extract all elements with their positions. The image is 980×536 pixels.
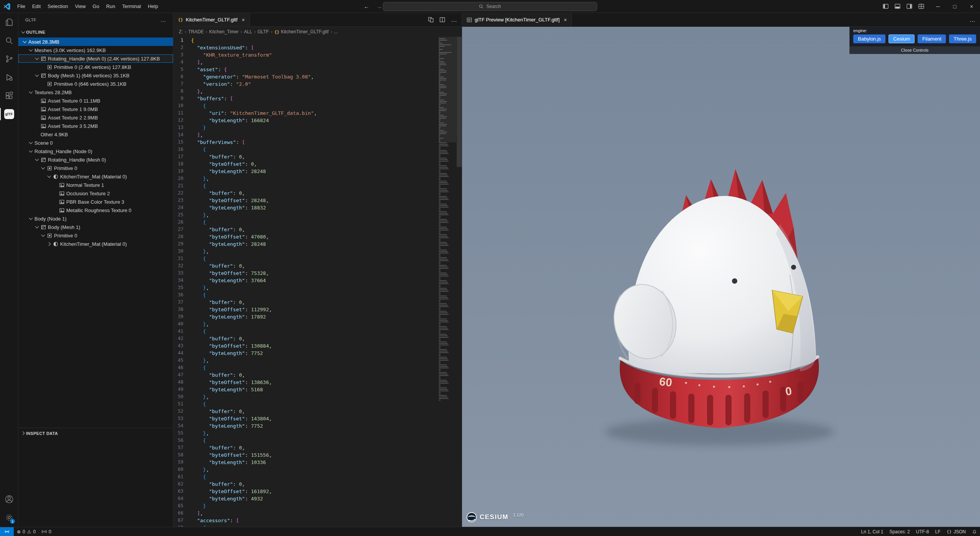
tree-item[interactable]: Body (Node 1) (18, 214, 173, 223)
code-line[interactable]: 64 "byteLength": 4932 (173, 495, 438, 502)
3d-scene[interactable]: 60 0 (462, 27, 980, 527)
code-line[interactable]: 42 "buffer": 0, (173, 335, 438, 342)
tree-item[interactable]: PBR Base Color Texture 3 (18, 198, 173, 206)
engine-button-filament[interactable]: Filament (918, 34, 946, 43)
code-line[interactable]: 21 { (173, 182, 438, 190)
code-line[interactable]: 37 "buffer": 0, (173, 299, 438, 306)
tree-item[interactable]: Scene 0 (18, 139, 173, 147)
chevron-down-icon[interactable] (21, 39, 28, 45)
status-encoding[interactable]: UTF-8 (913, 527, 932, 536)
code-line[interactable]: 26 { (173, 219, 438, 226)
code-line[interactable]: 23 "byteOffset": 28248, (173, 197, 438, 204)
chevron-down-icon[interactable] (40, 165, 46, 171)
chevron-down-icon[interactable] (28, 140, 34, 146)
code-line[interactable]: 55 }, (173, 430, 438, 437)
toggle-secondary-sidebar-icon[interactable] (906, 3, 912, 9)
code-line[interactable]: 36 { (173, 291, 438, 299)
code-line[interactable]: 39 "byteLength": 17892 (173, 313, 438, 320)
code-line[interactable]: 56 { (173, 437, 438, 444)
code-line[interactable]: 61 { (173, 473, 438, 480)
breadcrumb-item[interactable]: Kitchen_Timer (209, 29, 238, 34)
code-line[interactable]: 13 } (173, 124, 438, 131)
code-line[interactable]: 65 } (173, 502, 438, 510)
run-debug-icon[interactable] (0, 68, 18, 87)
extensions-icon[interactable] (0, 87, 18, 105)
code-line[interactable]: 38 "byteOffset": 112992, (173, 306, 438, 313)
code-line[interactable]: 11 "uri": "KitchenTimer_GLTF_data.bin", (173, 109, 438, 117)
code-line[interactable]: 32 "buffer": 0, (173, 262, 438, 270)
code-line[interactable]: 46 { (173, 364, 438, 371)
tree-item[interactable]: Asset Texture 1 9.0MB (18, 105, 173, 113)
close-button[interactable]: × (963, 0, 980, 13)
problems-status[interactable]: ⊗ 0 ⚠ 0 (14, 527, 39, 536)
tab-close-icon[interactable]: × (564, 17, 567, 23)
code-line[interactable]: 33 "byteOffset": 75328, (173, 270, 438, 277)
code-line[interactable]: 15 "bufferViews": [ (173, 139, 438, 146)
breadcrumb-item[interactable]: Z: (179, 29, 183, 34)
tree-item[interactable]: Normal Texture 1 (18, 181, 173, 189)
gltf-tools-icon[interactable]: glTF (0, 105, 18, 123)
code-line[interactable]: 10 { (173, 102, 438, 109)
code-line[interactable]: 47 "buffer": 0, (173, 371, 438, 379)
menu-run[interactable]: Run (103, 2, 119, 11)
close-controls-button[interactable]: Close Controls (849, 46, 980, 54)
customize-layout-icon[interactable] (918, 3, 924, 9)
menu-view[interactable]: View (72, 2, 89, 11)
code-line[interactable]: 20 }, (173, 175, 438, 182)
code-line[interactable]: 43 "byteOffset": 130884, (173, 342, 438, 350)
tab-close-icon[interactable]: × (242, 17, 245, 23)
code-line[interactable]: 4 ], (173, 59, 438, 66)
remote-indicator[interactable]: >< (0, 527, 14, 536)
tab-gltf-preview[interactable]: glTF Preview [KitchenTimer_GLTF.gltf] × (462, 13, 572, 26)
command-center-search[interactable]: Search (383, 2, 597, 11)
sidebar-more-actions-icon[interactable]: … (161, 17, 166, 23)
code-line[interactable]: 30 }, (173, 248, 438, 255)
tree-item[interactable]: Meshes (3.0K vertices) 162.9KB (18, 46, 173, 54)
code-line[interactable]: 48 "byteOffset": 138636, (173, 379, 438, 386)
tree-item[interactable]: Primitive 0 (18, 164, 173, 172)
chevron-down-icon[interactable] (40, 232, 46, 239)
code-line[interactable]: 17 "buffer": 0, (173, 153, 438, 160)
code-line[interactable]: 24 "byteLength": 18832 (173, 204, 438, 211)
cesium-credit[interactable]: CESIUM 1.120 (467, 512, 524, 522)
code-line[interactable]: 67 "accessors": [ (173, 517, 438, 524)
chevron-down-icon[interactable] (34, 56, 40, 62)
code-line[interactable]: 51 { (173, 400, 438, 408)
open-changes-icon[interactable] (428, 17, 434, 23)
tree-item[interactable]: Rotating_Handle (Mesh 0) (18, 155, 173, 164)
preview-viewport[interactable]: 60 0 (462, 27, 980, 527)
tree-item[interactable]: Asset Texture 3 5.2MB (18, 122, 173, 130)
code-line[interactable]: 28 "byteOffset": 47080, (173, 233, 438, 240)
code-line[interactable]: 19 "byteLength": 28248 (173, 168, 438, 175)
status-indentation[interactable]: Spaces: 2 (886, 527, 913, 536)
status-language-mode[interactable]: {}JSON (944, 527, 969, 536)
outline-section-header[interactable]: OUTLINE (18, 27, 173, 38)
explorer-icon[interactable] (0, 13, 18, 31)
code-line[interactable]: 58 "byteOffset": 151556, (173, 451, 438, 459)
code-line[interactable]: 41 { (173, 328, 438, 335)
menu-help[interactable]: Help (144, 2, 162, 11)
code-line[interactable]: 5 "asset": { (173, 66, 438, 73)
search-view-icon[interactable] (0, 31, 18, 50)
code-line[interactable]: 25 }, (173, 211, 438, 219)
engine-button-cesium[interactable]: Cesium (889, 34, 915, 43)
back-arrow-icon[interactable]: ← (364, 3, 369, 10)
toggle-panel-icon[interactable] (895, 3, 900, 9)
tree-item[interactable]: Primitive 0 (2.4K vertices) 127.8KB (18, 63, 173, 71)
ports-status[interactable]: 0 (39, 527, 54, 536)
account-icon[interactable] (0, 490, 18, 508)
tree-item[interactable]: Body (Mesh 1) (18, 223, 173, 231)
chevron-down-icon[interactable] (28, 89, 34, 95)
minimap[interactable] (439, 37, 456, 527)
code-line[interactable]: 16 { (173, 146, 438, 153)
code-line[interactable]: 3 "KHR_texture_transform" (173, 51, 438, 59)
code-line[interactable]: 62 "buffer": 0, (173, 480, 438, 488)
chevron-down-icon[interactable] (28, 148, 34, 154)
tab-kitchentimer-gltf[interactable]: {} KitchenTimer_GLTF.gltf × (173, 13, 250, 26)
code-line[interactable]: 40 }, (173, 320, 438, 328)
code-line[interactable]: 45 }, (173, 357, 438, 364)
tree-item[interactable]: KitchenTimer_Mat (Material 0) (18, 172, 173, 181)
chevron-down-icon[interactable] (34, 157, 40, 163)
chevron-down-icon[interactable] (46, 173, 52, 180)
code-line[interactable]: 59 "byteLength": 10336 (173, 459, 438, 466)
